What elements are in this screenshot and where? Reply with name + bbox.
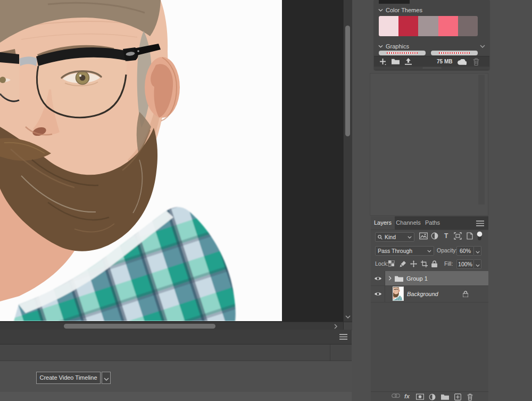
blend-mode-value: Pass Through [378,248,412,254]
color-theme-swatches [379,16,478,36]
add-layer-mask-icon[interactable] [416,394,424,400]
horizontal-scrollbar-thumb[interactable] [64,324,215,329]
lock-row: Lock: Fill: 100% [371,258,488,271]
timeline-main-area: Create Video Timeline [0,361,352,392]
delete-trash-icon[interactable] [473,58,479,66]
layers-panel: Layers Channels Paths Kind [371,216,488,401]
color-swatch[interactable] [398,16,418,36]
upload-icon[interactable] [405,58,412,65]
visibility-toggle[interactable] [371,285,385,302]
lock-artboard-icon[interactable] [421,260,428,267]
filter-kind-value: Kind [385,234,396,240]
photoshop-workspace: Create Video Timeline Color Themes [0,0,532,401]
timeline-panel: Create Video Timeline [0,330,352,401]
library-folder-icon[interactable] [392,58,400,64]
graphic-asset-thumbnail[interactable] [431,51,478,55]
search-icon [378,235,383,240]
libraries-footer: 75 MB [374,56,489,67]
layer-name[interactable]: Group 1 [406,275,428,282]
color-themes-section-header[interactable]: Color Themes [378,7,422,13]
color-swatch[interactable] [458,16,478,36]
filter-kind-dropdown[interactable]: Kind [375,232,414,242]
timeline-bottom-strip [0,392,352,401]
filter-type-layers-icon[interactable]: T [444,233,448,239]
color-swatch[interactable] [438,16,458,36]
lock-label: Lock: [375,260,388,267]
delete-layer-trash-icon[interactable] [467,394,473,400]
filter-adjustment-layers-icon[interactable] [431,232,438,240]
filter-smart-objects-icon[interactable] [467,232,473,240]
fill-dropdown[interactable] [474,259,481,269]
library-item-thumbnail[interactable] [379,0,410,4]
library-storage-size: 75 MB [437,59,452,64]
filter-toggle-switch[interactable] [477,231,483,241]
layer-name[interactable]: Background [407,291,438,297]
eye-icon [374,276,382,281]
libraries-panel: Color Themes Graphics 75 MB [374,0,489,70]
opacity-value[interactable]: 60% [456,246,474,256]
layer-row-group1[interactable]: Group 1 [371,271,488,286]
group-folder-icon [395,275,403,282]
graphics-section-header[interactable]: Graphics [378,43,409,50]
create-video-timeline-dropdown[interactable] [102,372,111,384]
panel-resize-grip[interactable] [374,67,489,70]
blend-mode-dropdown[interactable]: Pass Through [375,246,434,256]
group-expand-chevron[interactable] [388,276,392,281]
chevron-down-icon [476,251,480,253]
filter-shape-layers-icon[interactable] [454,232,462,240]
panel-scrollbar-track[interactable] [478,75,485,204]
color-swatch[interactable] [379,16,398,36]
graphic-asset-thumbnail[interactable] [379,51,426,55]
new-group-icon[interactable] [441,394,449,400]
timeline-toolbar [0,345,352,361]
tab-layers[interactable]: Layers [371,216,395,230]
timeline-panel-header [0,330,352,345]
layers-panel-tabs: Layers Channels Paths [371,216,488,230]
document-photo [0,0,282,321]
layer-thumbnail[interactable] [393,287,404,301]
lock-transparency-icon[interactable] [388,260,395,267]
visibility-toggle[interactable] [371,271,385,285]
chevron-down-icon [104,378,109,381]
color-swatch[interactable] [418,16,438,36]
chevron-down-icon [476,264,480,267]
panel-collapse-icon[interactable] [480,45,485,48]
panel-menu-icon[interactable] [339,334,347,340]
layer-style-fx-icon[interactable]: fx [404,393,410,399]
scroll-right-icon[interactable] [333,324,338,329]
scroll-down-icon[interactable] [345,314,351,320]
scrollbar-corner [343,322,352,330]
lock-pixels-brush-icon[interactable] [400,260,406,267]
color-themes-label: Color Themes [386,7,422,13]
layer-row-background[interactable]: Background [371,285,488,302]
add-library-icon[interactable] [379,58,386,65]
new-layer-icon[interactable] [454,394,461,400]
chevron-down-icon [408,236,412,239]
fill-label: Fill: [444,260,453,267]
document-canvas[interactable] [0,0,352,330]
cloud-sync-icon[interactable] [458,59,467,65]
tab-paths[interactable]: Paths [422,216,443,230]
opacity-dropdown[interactable] [474,246,481,256]
create-video-timeline-button[interactable]: Create Video Timeline [36,372,101,384]
lock-position-move-icon[interactable] [410,260,417,267]
panel-menu-icon[interactable] [476,220,484,226]
new-adjustment-layer-icon[interactable] [429,394,436,400]
chevron-down-icon [427,250,431,252]
chevron-down-icon [378,9,383,12]
tab-channels[interactable]: Channels [395,216,422,230]
layers-footer: fx [371,391,488,401]
lock-all-icon[interactable] [431,260,437,267]
vertical-scrollbar[interactable] [343,0,352,322]
horizontal-scrollbar[interactable] [0,322,343,330]
vertical-scrollbar-thumb[interactable] [345,26,350,136]
opacity-label: Opacity: [437,247,458,253]
toolbar-divider [330,345,330,361]
filter-pixel-layers-icon[interactable] [419,232,428,240]
link-layers-icon[interactable] [392,394,400,398]
fill-value[interactable]: 100% [456,259,474,269]
layer-filter-row: Kind T [371,230,488,244]
eye-icon [374,291,382,297]
graphics-label: Graphics [386,43,409,50]
chevron-down-icon [378,45,383,48]
